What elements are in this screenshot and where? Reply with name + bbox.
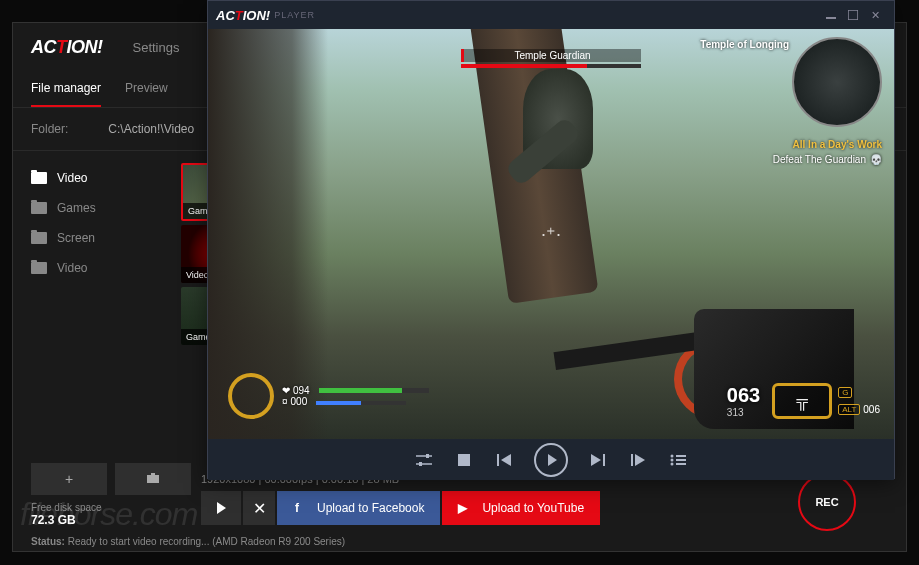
close-button[interactable]: ✕ bbox=[243, 491, 275, 525]
logo-part: T bbox=[56, 37, 67, 57]
play-icon bbox=[548, 454, 557, 466]
enemy-name: Temple Guardian bbox=[461, 49, 641, 62]
player-ring-icon bbox=[228, 373, 274, 419]
folder-icon bbox=[31, 232, 47, 244]
objective-title: All In a Day's Work bbox=[773, 139, 882, 150]
export-icon bbox=[146, 471, 160, 487]
ammo-main: 063 bbox=[727, 384, 760, 407]
plus-icon: + bbox=[65, 471, 73, 487]
skull-icon: 💀 bbox=[870, 154, 882, 165]
folder-icon bbox=[31, 172, 47, 184]
stop-button[interactable] bbox=[454, 450, 474, 470]
player-video-area[interactable]: ·⁺· Temple Guardian Temple of Longing Al… bbox=[208, 29, 894, 439]
smg-icon: ╦ bbox=[797, 392, 808, 410]
folder-icon bbox=[31, 202, 47, 214]
playlist-button[interactable] bbox=[668, 450, 688, 470]
hud-left: ❤ 094 ¤ 000 bbox=[228, 373, 429, 419]
svg-rect-6 bbox=[603, 454, 605, 466]
app-logo: ACTION! bbox=[31, 37, 103, 58]
status-label: Status: bbox=[31, 536, 65, 547]
folder-label: Folder: bbox=[31, 122, 68, 136]
folder-icon bbox=[31, 262, 47, 274]
record-button[interactable]: REC bbox=[798, 473, 856, 531]
prev-button[interactable] bbox=[494, 450, 514, 470]
titlebar-controls: ✕ bbox=[820, 6, 886, 24]
folder-path[interactable]: C:\Action!\Video bbox=[108, 122, 194, 136]
bottom-button-bar: + bbox=[31, 463, 191, 495]
sidebar-item-video[interactable]: Video bbox=[31, 163, 155, 193]
settings-sliders-icon[interactable] bbox=[414, 450, 434, 470]
objectives: All In a Day's Work Defeat The Guardian … bbox=[773, 139, 882, 165]
export-button[interactable] bbox=[115, 463, 191, 495]
minimize-button[interactable] bbox=[820, 6, 842, 24]
close-icon: ✕ bbox=[253, 499, 266, 518]
logo-part: AC bbox=[31, 37, 56, 57]
money-icon: ¤ bbox=[282, 396, 288, 407]
upload-youtube-button[interactable]: ▶ Upload to YouTube bbox=[442, 491, 600, 525]
heart-icon: ❤ bbox=[282, 385, 290, 396]
key-hint-alt: ALT bbox=[838, 404, 860, 415]
svg-rect-13 bbox=[676, 463, 686, 465]
svg-point-10 bbox=[671, 462, 674, 465]
game-scene: ·⁺· Temple Guardian Temple of Longing Al… bbox=[208, 29, 894, 439]
minimap bbox=[792, 37, 882, 127]
player-window: ACTION! PLAYER ✕ ·⁺· Temple Guardian bbox=[207, 0, 895, 479]
upload-facebook-button[interactable]: f Upload to Facebook bbox=[277, 491, 440, 525]
key-hint-g: G bbox=[838, 387, 852, 398]
sidebar-item-label: Screen bbox=[57, 231, 95, 245]
hp-bar bbox=[319, 388, 429, 393]
player-title-sub: PLAYER bbox=[274, 10, 315, 20]
status-gpu: (AMD Radeon R9 200 Series) bbox=[212, 536, 345, 547]
maximize-button[interactable] bbox=[842, 6, 864, 24]
button-label: Upload to Facebook bbox=[317, 501, 424, 515]
objective-item: Defeat The Guardian 💀 bbox=[773, 154, 882, 165]
player-controls bbox=[208, 439, 894, 480]
sidebar-item-video2[interactable]: Video bbox=[31, 253, 155, 283]
facebook-icon: f bbox=[287, 498, 307, 518]
button-label: Upload to YouTube bbox=[482, 501, 584, 515]
add-button[interactable]: + bbox=[31, 463, 107, 495]
sidebar: Video Games Screen Video bbox=[13, 151, 173, 361]
hud-right: 063 313 ╦ G ALT 006 bbox=[727, 383, 880, 419]
svg-rect-2 bbox=[426, 454, 429, 458]
svg-point-8 bbox=[671, 454, 674, 457]
svg-rect-12 bbox=[676, 459, 686, 461]
sidebar-item-screen[interactable]: Screen bbox=[31, 223, 155, 253]
youtube-icon: ▶ bbox=[452, 498, 472, 518]
tab-file-manager[interactable]: File manager bbox=[31, 71, 101, 107]
svg-rect-1 bbox=[848, 10, 858, 20]
action-bar: ✕ f Upload to Facebook ▶ Upload to YouTu… bbox=[201, 491, 600, 525]
status-text: Ready to start video recording... bbox=[68, 536, 210, 547]
money-value: 000 bbox=[291, 396, 308, 407]
disk-value: 72.3 GB bbox=[31, 513, 102, 527]
tab-preview[interactable]: Preview bbox=[125, 71, 168, 107]
play-icon bbox=[217, 502, 226, 514]
mana-bar bbox=[316, 401, 406, 405]
player-titlebar[interactable]: ACTION! PLAYER ✕ bbox=[208, 1, 894, 29]
svg-rect-0 bbox=[826, 17, 836, 19]
sidebar-item-label: Games bbox=[57, 201, 96, 215]
sidebar-item-games[interactable]: Games bbox=[31, 193, 155, 223]
enemy-health-bar: Temple Guardian bbox=[461, 49, 641, 68]
player-logo: ACTION! bbox=[216, 8, 270, 23]
next-button[interactable] bbox=[588, 450, 608, 470]
svg-rect-5 bbox=[497, 454, 499, 466]
weapon-slot: ╦ bbox=[772, 383, 832, 419]
sidebar-item-label: Video bbox=[57, 261, 87, 275]
ammo-reserve: 313 bbox=[727, 407, 766, 418]
status-bar: Status: Ready to start video recording..… bbox=[31, 536, 345, 547]
disk-label: Free disk space bbox=[31, 502, 102, 513]
disk-space-info: Free disk space 72.3 GB bbox=[31, 502, 102, 527]
play-pause-button[interactable] bbox=[534, 443, 568, 477]
settings-link[interactable]: Settings bbox=[133, 40, 180, 55]
enemy-hp-bar bbox=[461, 64, 641, 68]
close-window-button[interactable]: ✕ bbox=[864, 6, 886, 24]
play-button[interactable] bbox=[201, 491, 241, 525]
secondary-ammo: 006 bbox=[863, 404, 880, 415]
frame-step-button[interactable] bbox=[628, 450, 648, 470]
svg-rect-3 bbox=[419, 462, 422, 466]
hp-value: 094 bbox=[293, 385, 310, 396]
svg-rect-11 bbox=[676, 455, 686, 457]
sidebar-item-label: Video bbox=[57, 171, 87, 185]
crosshair-icon: ·⁺· bbox=[541, 223, 561, 245]
